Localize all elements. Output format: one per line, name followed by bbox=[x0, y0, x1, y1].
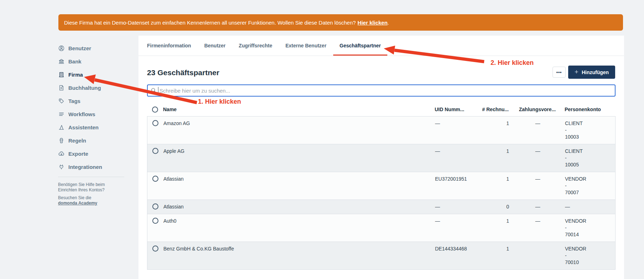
cell-uid: EU372001951 bbox=[435, 176, 477, 182]
table-row[interactable]: Atlassian EU372001951 1 — VENDOR - 70007 bbox=[147, 172, 615, 200]
cell-name: Apple AG bbox=[163, 148, 435, 155]
user-icon bbox=[58, 45, 65, 52]
building-icon bbox=[58, 71, 65, 78]
sidebar-divider bbox=[58, 177, 124, 177]
cell-uid: — bbox=[435, 203, 477, 210]
tab-geschaeftspartner[interactable]: Geschäftspartner bbox=[340, 36, 381, 56]
banner-message: Diese Firma hat ein Demo-Datenset zum ei… bbox=[64, 20, 356, 26]
table-row[interactable]: Amazon AG — 1 — CLIENT - 10003 bbox=[147, 117, 615, 144]
cell-payment: — bbox=[511, 203, 565, 210]
tab-benutzer[interactable]: Benutzer bbox=[204, 36, 226, 56]
row-radio[interactable] bbox=[152, 148, 158, 154]
tab-firmeninformation[interactable]: Firmeninformation bbox=[147, 36, 191, 56]
cell-invoices: 1 bbox=[477, 120, 511, 127]
cell-account: VENDOR - 70007 bbox=[565, 176, 616, 196]
sidebar-item-integrationen[interactable]: Integrationen bbox=[58, 160, 133, 174]
cell-name: Atlassian bbox=[163, 203, 435, 210]
row-radio[interactable] bbox=[152, 203, 158, 210]
table-row[interactable]: Apple AG — 1 — CLIENT - 10005 bbox=[147, 144, 615, 172]
banner-suffix: . bbox=[388, 20, 389, 26]
cell-invoices: 1 bbox=[477, 218, 511, 224]
wizard-hat-icon bbox=[58, 124, 65, 131]
list-icon bbox=[58, 111, 65, 118]
cell-name: Atlassian bbox=[163, 176, 435, 182]
sidebar-item-label: Exporte bbox=[68, 151, 88, 157]
column-header-invoices: # Rechnu... bbox=[476, 106, 510, 113]
plug-icon bbox=[58, 164, 65, 170]
column-header-personenkonto: Personenkonto bbox=[565, 106, 616, 113]
sidebar-item-tags[interactable]: Tags bbox=[58, 94, 133, 108]
help-visit-text: Besuchen Sie die bbox=[58, 195, 126, 201]
sidebar-help: Benötigen Sie Hilfe beim Einrichten Ihre… bbox=[58, 182, 126, 206]
help-question-line2: Einrichten Ihres Kontos? bbox=[58, 187, 126, 193]
plus-icon: + bbox=[575, 68, 578, 75]
select-all-radio[interactable] bbox=[152, 107, 158, 113]
help-question-line1: Benötigen Sie Hilfe beim bbox=[58, 182, 126, 187]
table-row[interactable]: Benz GmbH & Co.KG Baustoffe DE144334468 … bbox=[147, 242, 615, 269]
banner-delete-link[interactable]: Hier klicken bbox=[357, 20, 387, 26]
tab-label: Geschäftspartner bbox=[340, 43, 381, 48]
tab-bar: Firmeninformation Benutzer Zugriffsrecht… bbox=[138, 36, 624, 56]
cell-uid: — bbox=[435, 218, 477, 224]
ellipsis-icon: ••• bbox=[556, 70, 562, 75]
cloud-download-icon bbox=[58, 150, 65, 157]
cell-uid: DE144334468 bbox=[435, 246, 477, 252]
cell-account: — bbox=[565, 203, 616, 210]
cell-account: CLIENT - 10005 bbox=[565, 148, 616, 168]
sidebar-item-assistenten[interactable]: Assistenten bbox=[58, 121, 133, 134]
tab-zugriffsrechte[interactable]: Zugriffsrechte bbox=[239, 36, 272, 56]
tag-icon bbox=[58, 98, 65, 104]
column-header-payment: Zahlungsvore... bbox=[510, 106, 565, 113]
more-actions-button[interactable]: ••• bbox=[553, 67, 566, 78]
sidebar-item-label: Buchhaltung bbox=[68, 85, 101, 91]
domonda-academy-link[interactable]: domonda Academy bbox=[58, 201, 97, 206]
column-header-uid: UID Numm... bbox=[435, 106, 476, 113]
cell-invoices: 1 bbox=[477, 176, 511, 182]
sidebar-item-label: Bank bbox=[68, 58, 82, 64]
cell-invoices: 0 bbox=[477, 203, 511, 210]
sidebar-item-exporte[interactable]: Exporte bbox=[58, 147, 133, 160]
sidebar-item-label: Integrationen bbox=[68, 164, 102, 170]
sidebar-item-label: Tags bbox=[68, 98, 80, 104]
table-header: Name UID Numm... # Rechnu... Zahlungsvor… bbox=[147, 103, 616, 116]
sidebar-item-label: Firma bbox=[68, 72, 83, 78]
partner-table: Amazon AG — 1 — CLIENT - 10003 Apple AG … bbox=[147, 116, 616, 270]
sidebar-item-label: Benutzer bbox=[68, 45, 91, 51]
cell-account: CLIENT - 10003 bbox=[565, 120, 616, 140]
add-button-label: Hinzufügen bbox=[582, 69, 609, 75]
cell-invoices: 1 bbox=[477, 246, 511, 252]
search-bar bbox=[147, 84, 616, 97]
sidebar-item-workflows[interactable]: Workflows bbox=[58, 108, 133, 121]
traffic-light-icon bbox=[58, 137, 65, 144]
cell-account: VENDOR - 70010 bbox=[565, 246, 616, 266]
demo-data-banner: Diese Firma hat ein Demo-Datenset zum ei… bbox=[58, 14, 623, 31]
tab-label: Externe Benutzer bbox=[286, 43, 326, 48]
sidebar-item-buchhaltung[interactable]: Buchhaltung bbox=[58, 81, 133, 94]
cell-payment: — bbox=[511, 218, 565, 224]
tab-externe-benutzer[interactable]: Externe Benutzer bbox=[286, 36, 326, 56]
search-input[interactable] bbox=[147, 84, 616, 97]
row-radio[interactable] bbox=[152, 218, 158, 224]
row-radio[interactable] bbox=[152, 120, 158, 126]
sidebar-item-label: Regeln bbox=[68, 138, 86, 144]
sidebar-item-label: Workflows bbox=[68, 111, 95, 117]
row-radio[interactable] bbox=[152, 246, 158, 252]
sidebar-item-benutzer[interactable]: Benutzer bbox=[58, 42, 133, 55]
cell-payment: — bbox=[511, 120, 565, 127]
tab-label: Benutzer bbox=[204, 43, 226, 48]
sidebar-item-firma[interactable]: Firma bbox=[58, 68, 133, 81]
table-row[interactable]: Atlassian — 0 — — bbox=[147, 200, 615, 214]
cell-account: VENDOR - 70014 bbox=[565, 218, 616, 238]
table-row[interactable]: Auth0 — 1 — VENDOR - 70014 bbox=[147, 214, 615, 242]
page-title: 23 Geschäftspartner bbox=[147, 68, 219, 77]
column-header-name: Name bbox=[163, 106, 435, 113]
cell-name: Auth0 bbox=[163, 218, 435, 224]
cell-payment: — bbox=[511, 176, 565, 182]
sidebar-item-regeln[interactable]: Regeln bbox=[58, 134, 133, 147]
sidebar-item-bank[interactable]: Bank bbox=[58, 55, 133, 68]
cell-name: Benz GmbH & Co.KG Baustoffe bbox=[163, 246, 435, 252]
row-radio[interactable] bbox=[152, 176, 158, 182]
app-window: Diese Firma hat ein Demo-Datenset zum ei… bbox=[0, 0, 644, 279]
settings-sidebar: Benutzer Bank Firma Buchhaltung Tags bbox=[58, 42, 133, 174]
add-partner-button[interactable]: + Hinzufügen bbox=[568, 66, 615, 79]
